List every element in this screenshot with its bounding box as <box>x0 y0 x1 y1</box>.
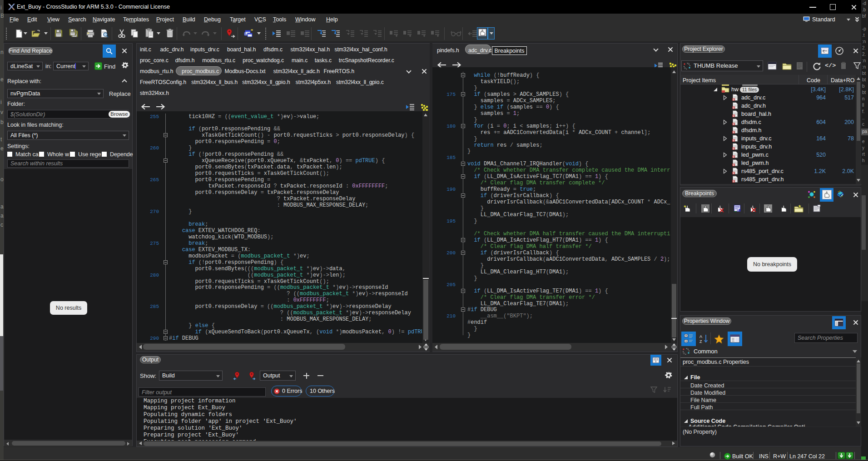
svg-text:Z: Z <box>699 339 702 344</box>
svg-text:A: A <box>699 334 702 339</box>
